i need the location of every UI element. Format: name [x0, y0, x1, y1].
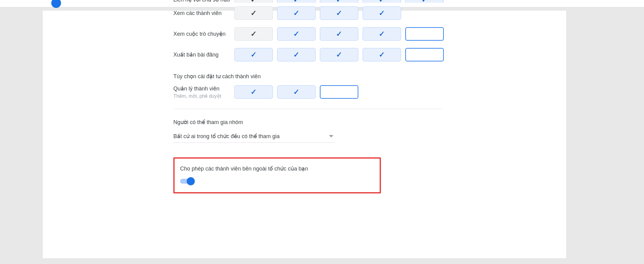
perm-cell[interactable]	[405, 27, 444, 41]
dropdown-arrow-icon	[329, 135, 333, 138]
checkmark-icon: ✓	[293, 9, 299, 17]
who-can-join-selected: Bất cứ ai trong tổ chức đều có thể tham …	[173, 133, 329, 140]
checkmark-icon: ✓	[293, 0, 299, 3]
perm-cell[interactable]: ✓	[277, 48, 316, 61]
checkmark-icon: ✓	[379, 30, 385, 38]
perm-cell[interactable]: ✓	[277, 85, 316, 99]
manage-members-cells: ✓ ✓	[234, 85, 358, 99]
perm-cell[interactable]: ✓	[405, 0, 444, 3]
checkmark-icon: ✓	[379, 9, 385, 17]
checkmark-icon: ✓	[293, 30, 299, 38]
logo-dot	[51, 0, 61, 8]
checkmark-icon: ✓	[293, 88, 299, 96]
perm-cell[interactable]: ✓	[234, 85, 273, 99]
checkmark-icon: ✓	[293, 50, 299, 59]
checkmark-icon: ✓	[251, 88, 257, 96]
perm-row-publish-posts: Xuất bản bài đăng ✓ ✓ ✓ ✓	[173, 44, 527, 65]
perm-cell[interactable]: ✓	[320, 6, 358, 20]
checkmark-icon: ✓	[379, 50, 385, 59]
manage-members-label: Quản lý thành viên	[173, 85, 234, 92]
perm-cell[interactable]	[320, 85, 358, 99]
checkmark-icon: ✓	[336, 0, 342, 3]
perm-cell[interactable]: ✓	[234, 0, 273, 3]
perm-label: Xem các thành viên	[173, 10, 234, 16]
perm-cell[interactable]: ✓	[320, 48, 358, 61]
perm-label: Xem cuộc trò chuyện	[173, 31, 234, 37]
perm-cell[interactable]: ✓	[277, 0, 316, 3]
perm-row-contact-owners: Liên hệ với chủ sở hữu ✓ ✓ ✓ ✓ ✓	[173, 0, 527, 3]
external-members-highlight: Cho phép các thành viên bên ngoài tổ chứ…	[173, 157, 381, 193]
toggle-thumb	[187, 177, 195, 185]
who-can-join-select[interactable]: Bất cứ ai trong tổ chức đều có thể tham …	[173, 130, 335, 143]
perm-cell[interactable]: ✓	[277, 6, 316, 20]
perm-cell[interactable]: ✓	[320, 0, 358, 3]
checkmark-icon: ✓	[251, 30, 257, 38]
perm-row-view-conversations: Xem cuộc trò chuyện ✓ ✓ ✓ ✓	[173, 24, 527, 44]
perm-cell[interactable]: ✓	[363, 48, 401, 61]
external-members-label: Cho phép các thành viên bên ngoài tổ chứ…	[180, 165, 374, 172]
perm-cells: ✓ ✓ ✓ ✓	[234, 6, 401, 20]
membership-settings-heading: Tùy chọn cài đặt tư cách thành viên	[173, 73, 527, 80]
manage-members-labels: Quản lý thành viên Thêm, mời, phê duyệt	[173, 85, 234, 99]
perm-cell[interactable]: ✓	[363, 27, 401, 41]
checkmark-icon: ✓	[336, 30, 342, 38]
who-can-join-label: Người có thể tham gia nhóm	[173, 119, 527, 126]
perm-cell[interactable]: ✓	[363, 0, 401, 3]
checkmark-icon: ✓	[336, 9, 342, 17]
manage-members-row: Quản lý thành viên Thêm, mời, phê duyệt …	[173, 85, 527, 99]
external-members-toggle[interactable]	[180, 178, 195, 184]
perm-cell[interactable]: ✓	[234, 27, 273, 41]
section-divider	[173, 109, 442, 109]
manage-members-sublabel: Thêm, mời, phê duyệt	[173, 93, 234, 99]
perm-cell[interactable]	[405, 48, 444, 61]
checkmark-icon: ✓	[251, 50, 257, 59]
perm-cell[interactable]: ✓	[277, 27, 316, 41]
perm-cell[interactable]: ✓	[363, 6, 401, 20]
checkmark-icon: ✓	[251, 0, 257, 3]
perm-label: Liên hệ với chủ sở hữu	[173, 0, 234, 3]
perm-row-view-members: Xem các thành viên ✓ ✓ ✓ ✓	[173, 3, 527, 24]
perm-cells: ✓ ✓ ✓ ✓ ✓	[234, 0, 444, 3]
perm-cells: ✓ ✓ ✓ ✓	[234, 48, 444, 61]
perm-cell[interactable]: ✓	[234, 48, 273, 61]
checkmark-icon: ✓	[421, 0, 428, 3]
perm-cell[interactable]: ✓	[234, 6, 273, 20]
checkmark-icon: ✓	[251, 9, 257, 17]
checkmark-icon: ✓	[336, 50, 342, 59]
perm-label: Xuất bản bài đăng	[173, 51, 234, 58]
settings-card: Liên hệ với chủ sở hữu ✓ ✓ ✓ ✓ ✓ Xem các…	[43, 11, 566, 258]
settings-content: Liên hệ với chủ sở hữu ✓ ✓ ✓ ✓ ✓ Xem các…	[173, 11, 527, 193]
perm-cell[interactable]: ✓	[320, 27, 358, 41]
checkmark-icon: ✓	[379, 0, 385, 3]
perm-cells: ✓ ✓ ✓ ✓	[234, 27, 444, 41]
